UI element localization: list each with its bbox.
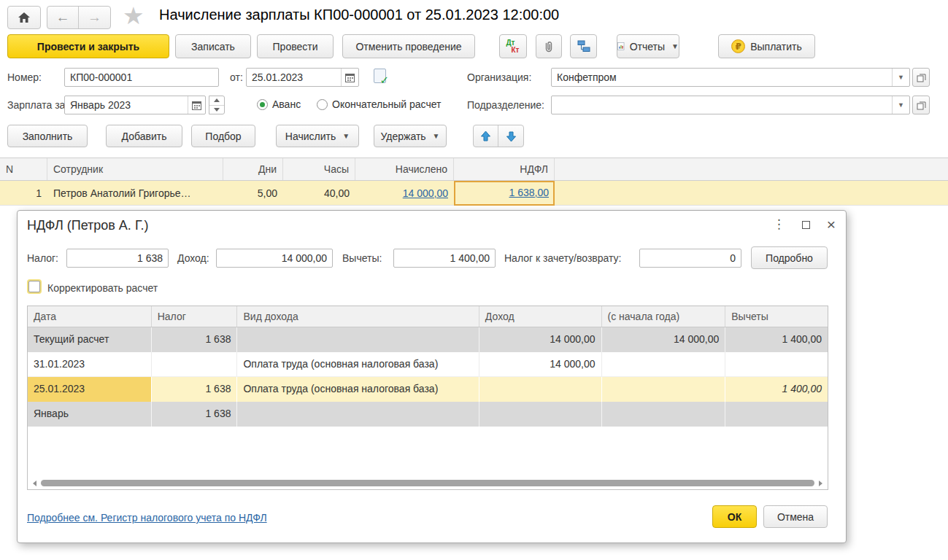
organization-dropdown-button[interactable]: ▼ [892, 69, 909, 86]
ytd-cell[interactable] [602, 377, 726, 402]
days-cell[interactable]: 5,00 [223, 187, 283, 199]
more-menu-icon[interactable]: ⋮ [773, 219, 785, 230]
related-documents-button[interactable] [570, 34, 597, 58]
col-header-days[interactable]: Дни [223, 158, 283, 180]
accrued-link[interactable]: 14 000,00 [403, 187, 448, 199]
table-row[interactable]: 31.01.2023 Оплата труда (основная налого… [28, 352, 828, 377]
ndfl-link[interactable]: 1 638,00 [509, 187, 550, 198]
tax-cell[interactable]: 1 638 [152, 327, 238, 352]
accrued-cell[interactable]: 14 000,00 [355, 187, 454, 199]
month-picker-button[interactable] [188, 96, 205, 114]
date-input[interactable]: 25.01.2023 [246, 68, 359, 87]
department-dropdown-button[interactable]: ▼ [892, 96, 909, 114]
move-down-button[interactable] [498, 125, 523, 147]
deductions-cell[interactable] [725, 352, 828, 376]
tax-cell[interactable]: 1 638 [152, 402, 238, 427]
scroll-left-icon[interactable] [33, 481, 36, 486]
tax-cell[interactable]: 1 638 [152, 377, 238, 402]
col-header-ytd[interactable]: (с начала года) [602, 306, 726, 327]
tax-input[interactable]: 1 638 [66, 249, 169, 268]
adjust-calculation-checkbox[interactable] [28, 281, 40, 292]
home-button[interactable] [7, 6, 41, 29]
maximize-icon[interactable] [802, 221, 810, 229]
income-input[interactable]: 14 000,00 [216, 249, 333, 268]
salary-month-input[interactable]: Январь 2023 [64, 96, 206, 114]
accrue-button[interactable]: Начислить▼ [276, 125, 359, 147]
post-button[interactable]: Провести [257, 34, 334, 58]
details-button[interactable]: Подробно [751, 246, 828, 269]
col-header-income-type[interactable]: Вид дохода [237, 306, 479, 327]
deductions-cell[interactable]: 1 400,00 [725, 377, 828, 402]
favorite-star-icon[interactable]: ★ [123, 1, 144, 30]
organization-open-button[interactable] [912, 68, 930, 87]
ytd-cell[interactable] [602, 402, 726, 427]
col-header-employee[interactable]: Сотрудник [47, 158, 223, 180]
number-input[interactable]: КП00-000001 [64, 68, 219, 87]
deductions-cell[interactable] [725, 402, 828, 427]
dtkt-postings-button[interactable]: ДтКт [499, 34, 527, 58]
col-header-tax[interactable]: Налог [152, 306, 238, 327]
add-button[interactable]: Добавить [106, 125, 182, 147]
offset-input[interactable]: 0 [639, 249, 741, 268]
table-row[interactable]: 1 Петров Анатолий Григорье… 5,00 40,00 1… [0, 181, 948, 206]
deductions-cell[interactable]: 1 400,00 [725, 327, 828, 352]
tax-cell[interactable] [152, 352, 238, 376]
hours-cell[interactable]: 40,00 [283, 187, 355, 199]
horizontal-scrollbar[interactable] [28, 478, 827, 488]
back-button[interactable]: ← [47, 7, 79, 28]
save-button[interactable]: Записать [175, 34, 251, 58]
ytd-cell[interactable]: 14 000,00 [602, 327, 726, 352]
post-and-close-button[interactable]: Провести и закрыть [7, 34, 169, 58]
radio-advance[interactable]: Аванс [257, 98, 301, 110]
date-cell-current[interactable]: 25.01.2023 [28, 377, 152, 402]
income-type-cell[interactable] [237, 402, 479, 427]
ok-button[interactable]: ОК [712, 505, 757, 528]
fill-button[interactable]: Заполнить [7, 125, 88, 147]
organization-input[interactable]: Конфетпром ▼ [551, 68, 910, 87]
undo-post-button[interactable]: Отменить проведение [342, 34, 475, 58]
close-icon[interactable]: × [827, 219, 836, 230]
employee-cell[interactable]: Петров Анатолий Григорье… [47, 187, 223, 199]
deductions-input[interactable]: 1 400,00 [393, 249, 496, 268]
col-header-accrued[interactable]: Начислено [355, 158, 454, 180]
month-stepper[interactable] [209, 96, 225, 114]
radio-final[interactable]: Окончательный расчет [317, 98, 441, 110]
table-row-selected[interactable]: 25.01.2023 1 638 Оплата труда (основная … [28, 377, 828, 402]
forward-button[interactable]: → [79, 7, 110, 28]
scroll-right-icon[interactable] [819, 481, 822, 486]
reports-button[interactable]: Отчеты▼ [617, 34, 679, 58]
income-cell[interactable] [479, 402, 602, 427]
ndfl-cell-selected[interactable]: 1 638,00 [454, 181, 555, 206]
scrollbar-thumb[interactable] [41, 480, 814, 486]
col-header-n[interactable]: N [0, 158, 47, 180]
income-type-cell[interactable]: Оплата труда (основная налоговая база) [237, 352, 479, 376]
row-number-cell[interactable]: 1 [0, 187, 47, 199]
pay-button[interactable]: ₽ Выплатить [718, 34, 815, 58]
cancel-button[interactable]: Отмена [763, 505, 828, 528]
income-cell[interactable]: 14 000,00 [479, 327, 602, 352]
table-row[interactable]: Январь 1 638 [28, 402, 828, 427]
stepper-down-button[interactable] [209, 106, 224, 114]
income-cell[interactable]: 14 000,00 [479, 352, 602, 376]
pick-button[interactable]: Подбор [191, 125, 255, 147]
stepper-up-button[interactable] [209, 96, 224, 106]
date-cell[interactable]: Январь [28, 402, 152, 427]
col-header-date[interactable]: Дата [28, 306, 152, 327]
table-row[interactable]: Текущий расчет 1 638 14 000,00 14 000,00… [28, 327, 828, 352]
income-cell[interactable] [479, 377, 602, 402]
col-header-ndfl[interactable]: НДФЛ [454, 158, 555, 180]
income-type-cell[interactable] [237, 327, 479, 352]
calendar-picker-button[interactable] [341, 69, 358, 86]
attachments-button[interactable] [536, 34, 562, 58]
col-header-income[interactable]: Доход [479, 306, 602, 327]
date-cell[interactable]: 31.01.2023 [28, 352, 152, 376]
move-up-button[interactable] [474, 125, 498, 147]
department-open-button[interactable] [912, 96, 930, 114]
income-type-cell[interactable]: Оплата труда (основная налоговая база) [237, 377, 479, 402]
ytd-cell[interactable] [602, 352, 726, 376]
department-input[interactable]: ▼ [551, 96, 910, 114]
ndfl-register-link[interactable]: Подробнее см. Регистр налогового учета п… [27, 512, 267, 524]
col-header-deductions[interactable]: Вычеты [725, 306, 828, 327]
withhold-button[interactable]: Удержать▼ [374, 125, 447, 147]
col-header-hours[interactable]: Часы [283, 158, 355, 180]
